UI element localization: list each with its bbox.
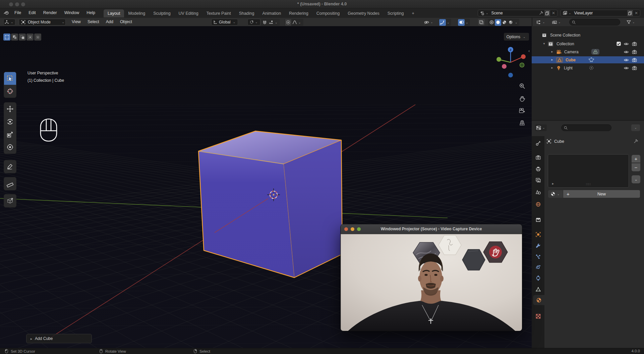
tool-move[interactable] bbox=[4, 103, 16, 115]
shading-dropdown[interactable]: ⌄ bbox=[514, 21, 519, 24]
tool-scale[interactable] bbox=[4, 128, 16, 141]
gizmo-dropdown[interactable]: ⌄ bbox=[446, 21, 451, 24]
properties-tab-material[interactable] bbox=[533, 295, 544, 305]
list-expand-arrow[interactable]: ► bbox=[551, 182, 554, 185]
viewlayer-copy-button[interactable] bbox=[627, 10, 633, 16]
tool-cursor[interactable] bbox=[4, 85, 16, 98]
disclosure-triangle-icon[interactable]: ► bbox=[551, 66, 553, 69]
properties-options-dropdown[interactable]: ⌄ bbox=[631, 124, 640, 131]
light-data-icon[interactable] bbox=[589, 65, 594, 70]
outliner-filter-id-dropdown[interactable]: ⌄ bbox=[551, 19, 563, 25]
slot-remove-button[interactable]: − bbox=[632, 163, 640, 171]
select-mode-invert-button[interactable] bbox=[26, 34, 34, 41]
scene-unlink-button[interactable]: ✕ bbox=[551, 11, 557, 15]
mesh-data-icon[interactable] bbox=[589, 57, 594, 62]
navigation-gizmo[interactable]: Z bbox=[494, 46, 527, 79]
list-resize-grip[interactable]: ∷∷ bbox=[586, 182, 591, 186]
toggle-ortho-button[interactable] bbox=[518, 119, 526, 127]
outliner-row-scene-collection[interactable]: Scene Collection bbox=[532, 32, 644, 39]
properties-tab-render[interactable] bbox=[532, 152, 544, 162]
browse-material-button[interactable]: ⌄ bbox=[548, 190, 563, 198]
camera-view-button[interactable] bbox=[518, 107, 526, 115]
properties-tab-object[interactable] bbox=[532, 229, 544, 239]
properties-tab-modifiers[interactable] bbox=[532, 241, 544, 251]
proportional-editing-toggle[interactable] bbox=[285, 19, 291, 26]
proportional-falloff-dropdown[interactable]: ⌄ bbox=[291, 19, 303, 26]
menu-render[interactable]: Render bbox=[40, 8, 61, 17]
tab-animation[interactable]: Animation bbox=[258, 9, 285, 17]
render-visibility-camera-icon[interactable] bbox=[632, 66, 637, 70]
gizmo-y-axis[interactable] bbox=[496, 57, 501, 62]
disclosure-triangle-icon[interactable]: ► bbox=[551, 58, 553, 61]
tab-uv-editing[interactable]: UV Editing bbox=[175, 9, 202, 17]
tab-geometry-nodes[interactable]: Geometry Nodes bbox=[344, 9, 383, 17]
select-mode-subtract-button[interactable] bbox=[19, 34, 26, 41]
region-collapse-arrow[interactable]: ‹ bbox=[528, 48, 530, 53]
tool-measure[interactable] bbox=[4, 177, 16, 190]
hide-eye-icon[interactable] bbox=[624, 66, 629, 70]
select-mode-extend-button[interactable] bbox=[11, 34, 18, 41]
slot-add-button[interactable]: + bbox=[632, 155, 640, 163]
options-dropdown[interactable]: Options ⌄ bbox=[504, 33, 529, 41]
menu-select[interactable]: Select bbox=[84, 18, 103, 24]
properties-tab-data[interactable] bbox=[532, 284, 544, 294]
operator-panel-add-cube[interactable]: ▸ Add Cube bbox=[26, 334, 92, 343]
projector-window[interactable]: Windowed Projector (Source) - Video Capt… bbox=[340, 224, 522, 331]
scene-name[interactable]: Scene bbox=[490, 11, 539, 15]
blender-logo-icon[interactable] bbox=[0, 8, 11, 17]
slot-specials-dropdown[interactable]: ⌄ bbox=[632, 175, 640, 183]
viewlayer-browse-button[interactable]: ⌄ bbox=[561, 10, 573, 16]
outliner-search-input[interactable] bbox=[569, 19, 620, 25]
properties-editor-type-button[interactable]: ⌄ bbox=[535, 124, 547, 131]
scene-copy-button[interactable] bbox=[544, 10, 550, 16]
properties-tab-particles[interactable] bbox=[532, 251, 544, 261]
outliner-row-camera[interactable]: ► Camera bbox=[532, 48, 644, 55]
properties-tab-scene[interactable] bbox=[532, 187, 544, 197]
properties-tab-world[interactable] bbox=[532, 199, 544, 209]
scene-browse-button[interactable]: ⌄ bbox=[478, 10, 490, 16]
camera-data-icon[interactable] bbox=[591, 49, 599, 55]
mode-dropdown[interactable]: Object Mode ⌄ bbox=[19, 19, 66, 25]
pivot-point-dropdown[interactable]: ⌄ bbox=[247, 19, 260, 25]
hide-eye-icon[interactable] bbox=[624, 58, 629, 62]
properties-tab-collection[interactable] bbox=[532, 215, 544, 225]
outliner-row-cube[interactable]: ► Cube bbox=[532, 56, 644, 63]
render-visibility-camera-icon[interactable] bbox=[632, 50, 637, 54]
properties-tab-texture[interactable] bbox=[532, 311, 544, 321]
outliner-filter-dropdown[interactable]: ⌄ bbox=[626, 19, 637, 25]
shading-rendered-button[interactable] bbox=[508, 19, 514, 26]
select-mode-intersect-button[interactable] bbox=[34, 34, 41, 41]
tab-shading[interactable]: Shading bbox=[235, 9, 258, 17]
new-material-button[interactable]: + New bbox=[563, 190, 640, 198]
snap-with-dropdown[interactable]: ⌄ bbox=[268, 19, 279, 26]
tool-annotate[interactable] bbox=[4, 160, 16, 173]
pin-icon[interactable] bbox=[633, 139, 638, 144]
disclosure-triangle-icon[interactable]: ▼ bbox=[543, 42, 545, 45]
projector-titlebar[interactable]: Windowed Projector (Source) - Video Capt… bbox=[341, 224, 522, 234]
outliner-display-mode-dropdown[interactable]: ⌄ bbox=[535, 19, 547, 25]
overlays-dropdown[interactable]: ⌄ bbox=[465, 21, 469, 24]
tool-rotate[interactable] bbox=[4, 115, 16, 128]
menu-edit[interactable]: Edit bbox=[25, 8, 40, 17]
gizmo-y-neg-axis[interactable] bbox=[520, 63, 524, 67]
render-visibility-camera-icon[interactable] bbox=[632, 58, 637, 62]
outliner-row-collection[interactable]: ▼ Collection bbox=[532, 40, 644, 47]
disclosure-triangle-icon[interactable]: ► bbox=[551, 50, 553, 53]
show-gizmo-toggle[interactable] bbox=[439, 19, 446, 26]
menu-window[interactable]: Window bbox=[61, 8, 83, 17]
add-workspace-button[interactable]: + bbox=[408, 9, 418, 17]
menu-help[interactable]: Help bbox=[83, 8, 99, 17]
hide-eye-icon[interactable] bbox=[624, 50, 629, 54]
properties-search-input[interactable] bbox=[561, 124, 611, 131]
menu-file[interactable]: File bbox=[11, 8, 25, 17]
tab-modeling[interactable]: Modeling bbox=[124, 9, 149, 17]
menu-view[interactable]: View bbox=[68, 18, 84, 24]
tab-scripting[interactable]: Scripting bbox=[384, 9, 408, 17]
tab-compositing[interactable]: Compositing bbox=[312, 9, 344, 17]
tab-rendering[interactable]: Rendering bbox=[285, 9, 312, 17]
zoom-view-button[interactable] bbox=[518, 82, 526, 90]
tab-texture-paint[interactable]: Texture Paint bbox=[202, 9, 235, 17]
menu-object[interactable]: Object bbox=[117, 18, 135, 24]
hide-eye-icon[interactable] bbox=[624, 42, 629, 46]
material-slot-list[interactable]: ► ∷∷ bbox=[548, 154, 629, 188]
